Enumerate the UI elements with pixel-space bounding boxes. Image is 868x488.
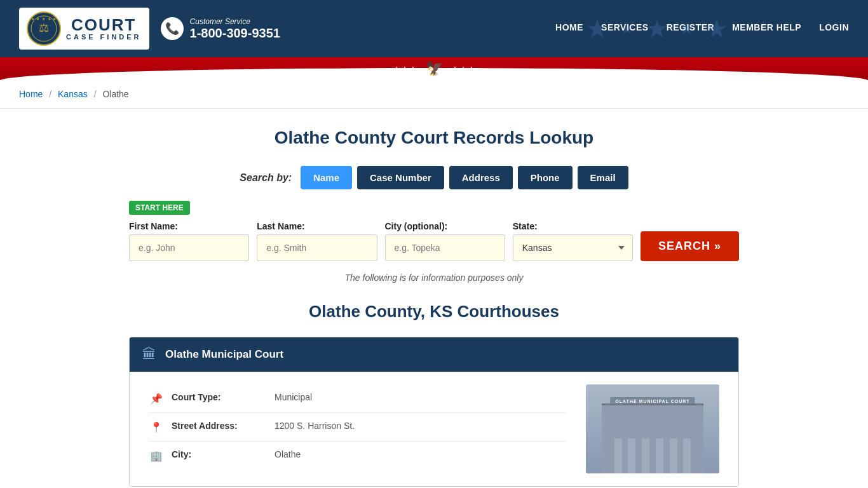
first-name-group: First Name: [129, 221, 249, 261]
state-group: State: Kansas Missouri Oklahoma Nebraska… [513, 221, 633, 261]
info-text: The following is for information purpose… [129, 273, 739, 283]
court-type-label: Court Type: [172, 392, 267, 402]
column [628, 438, 635, 473]
breadcrumb-current: Olathe [102, 89, 128, 99]
address-label: Street Address: [172, 421, 267, 431]
header-stars-decoration: ★ ★ ★ ★ ★ [586, 0, 728, 57]
city-input[interactable] [385, 234, 505, 261]
address-value: 1200 S. Harrison St. [275, 421, 355, 431]
breadcrumb-state[interactable]: Kansas [58, 89, 88, 99]
search-button[interactable]: SEARCH » [641, 231, 739, 261]
search-form: First Name: Last Name: City (optional): … [129, 221, 739, 261]
page-title: Olathe County Court Records Lookup [129, 128, 739, 148]
breadcrumb: Home / Kansas / Olathe [0, 80, 868, 109]
logo-case-finder-text: CASE FINDER [66, 33, 142, 41]
courthouse-name-link[interactable]: Olathe Municipal Court [165, 348, 283, 361]
column [642, 438, 649, 473]
phone-number: 1-800-309-9351 [190, 26, 280, 41]
city-group: City (optional): [385, 221, 505, 261]
column [656, 438, 663, 473]
building-icon: 🏢 [149, 450, 164, 462]
search-by-row: Search by: Name Case Number Address Phon… [129, 166, 739, 189]
nav-member-help[interactable]: MEMBER HELP [732, 22, 801, 35]
courthouse-image: OLATHE MUNICIPAL COURT [580, 384, 719, 473]
tab-case-number[interactable]: Case Number [357, 166, 444, 189]
first-name-input[interactable] [129, 234, 249, 261]
last-name-input[interactable] [257, 234, 377, 261]
courthouse-details: 📌 Court Type: Municipal 📍 Street Address… [149, 384, 567, 473]
star-icon: ★ [705, 14, 728, 43]
city-detail-label: City: [172, 449, 267, 459]
breadcrumb-separator: / [94, 89, 97, 99]
star-icon: ★ [680, 20, 694, 37]
logo-court-text: COURT [71, 17, 136, 33]
header-left-section: ⚖ ★ ★ ★ ★ ★ COURT CASE FINDER 📞 Customer… [19, 8, 280, 50]
column [683, 438, 691, 473]
star-icon: ★ [646, 14, 668, 43]
breadcrumb-separator: / [49, 89, 51, 99]
last-name-group: Last Name: [257, 221, 377, 261]
state-select[interactable]: Kansas Missouri Oklahoma Nebraska Colora… [513, 234, 633, 261]
courthouses-section-title: Olathe County, KS Courthouses [129, 302, 739, 322]
eagle-icon: 🦅 [426, 60, 443, 77]
phone-icon: 📞 [161, 17, 184, 40]
column [670, 438, 677, 473]
phone-symbol: 📞 [165, 22, 179, 36]
breadcrumb-home[interactable]: Home [19, 89, 43, 99]
header-phone: 📞 Customer Service 1-800-309-9351 [161, 17, 280, 41]
building-simulation: OLATHE MUNICIPAL COURT [586, 384, 719, 473]
tab-email[interactable]: Email [578, 166, 628, 189]
star-icon: ★ ★ ★ [452, 65, 475, 73]
courthouse-card: 🏛 Olathe Municipal Court 📌 Court Type: M… [129, 337, 739, 487]
detail-row-city: 🏢 City: Olathe [149, 442, 567, 470]
site-header: ★ ★ ★ ★ ★ ⚖ ★ ★ ★ ★ ★ COURT CASE FINDER … [0, 0, 868, 57]
phone-text-block: Customer Service 1-800-309-9351 [190, 17, 280, 41]
courthouse-photo: OLATHE MUNICIPAL COURT [586, 384, 719, 473]
courthouse-body: 📌 Court Type: Municipal 📍 Street Address… [130, 372, 738, 486]
city-label: City (optional): [385, 221, 505, 231]
nav-home[interactable]: HOME [555, 22, 583, 35]
detail-row-address: 📍 Street Address: 1200 S. Harrison St. [149, 413, 567, 442]
star-icon: ★ [620, 20, 634, 37]
first-name-label: First Name: [129, 221, 249, 231]
main-content: Olathe County Court Records Lookup Searc… [116, 109, 752, 488]
state-label: State: [513, 221, 633, 231]
star-icon: ★ [586, 14, 609, 43]
city-detail-value: Olathe [275, 449, 301, 459]
courthouse-icon: 🏛 [142, 346, 156, 363]
logo[interactable]: ⚖ ★ ★ ★ ★ ★ COURT CASE FINDER [19, 8, 149, 50]
tab-address[interactable]: Address [449, 166, 513, 189]
nav-login[interactable]: LOGIN [819, 22, 849, 35]
logo-text: COURT CASE FINDER [66, 17, 142, 41]
eagle-stars-row: ★ ★ ★ 🦅 ★ ★ ★ [393, 60, 474, 77]
building-facade [602, 403, 703, 473]
pin-icon: 📌 [149, 393, 164, 405]
last-name-label: Last Name: [257, 221, 377, 231]
svg-text:⚖: ⚖ [39, 22, 49, 34]
building-columns [602, 435, 703, 473]
tab-name[interactable]: Name [301, 166, 352, 189]
seal-icon: ⚖ ★ ★ ★ ★ ★ [27, 11, 61, 46]
wave-banner: ★ ★ ★ 🦅 ★ ★ ★ [0, 57, 868, 80]
search-by-label: Search by: [240, 172, 292, 184]
courthouse-header: 🏛 Olathe Municipal Court [130, 337, 738, 372]
location-icon: 📍 [149, 421, 164, 433]
start-here-badge: START HERE [129, 201, 739, 221]
detail-row-court-type: 📌 Court Type: Municipal [149, 384, 567, 413]
star-icon: ★ ★ ★ [393, 65, 416, 73]
court-type-value: Municipal [275, 392, 312, 402]
start-here-label: START HERE [129, 201, 190, 215]
phone-label: Customer Service [190, 17, 280, 26]
column [614, 438, 622, 473]
svg-text:★ ★ ★ ★ ★: ★ ★ ★ ★ ★ [31, 17, 57, 21]
tab-phone[interactable]: Phone [518, 166, 573, 189]
